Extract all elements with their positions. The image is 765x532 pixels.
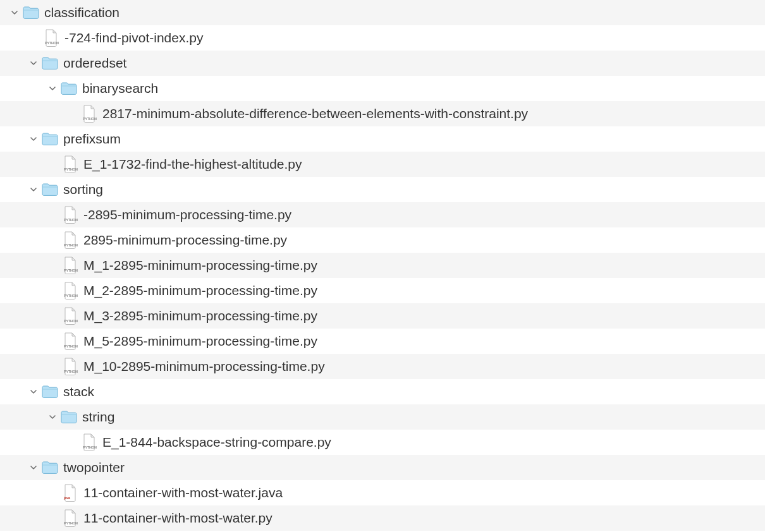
folder-icon [42,55,58,71]
python-file-icon: PYTHON [62,257,78,274]
folder-label-classification[interactable]: classification [44,5,119,20]
file-label-e-1-1732-find-the-highest-altitude-py[interactable]: E_1-1732-find-the-highest-altitude.py [83,157,302,172]
indent-spacer [0,366,62,367]
folder-icon [42,181,58,198]
folder-label-stack[interactable]: stack [63,384,94,399]
file-label-11-container-with-most-water-java[interactable]: 11-container-with-most-water.java [83,485,283,500]
tree-file-row[interactable]: PYTHON-2895-minimum-processing-time.py [0,202,765,227]
file-label-11-container-with-most-water-py[interactable]: 11-container-with-most-water.py [83,511,272,526]
java-file-icon: java [62,484,78,502]
tree-file-row[interactable]: PYTHON-724-find-pivot-index.py [0,25,765,51]
python-file-icon: PYTHON [62,358,78,375]
tree-file-row[interactable]: PYTHONE_1-844-backspace-string-compare.p… [0,430,765,455]
chevron-down-icon[interactable] [28,462,39,473]
indent-spacer [0,291,62,291]
tree-file-row[interactable]: PYTHONM_1-2895-minimum-processing-time.p… [0,253,765,278]
file-label-2817-minimum-absolute-difference-between[interactable]: 2817-minimum-absolute-difference-between… [102,106,528,121]
file-label-m-5-2895-minimum-processing-time-py[interactable]: M_5-2895-minimum-processing-time.py [83,334,317,349]
tree-folder-row[interactable]: string [0,404,765,430]
tree-file-row[interactable]: PYTHONE_1-1732-find-the-highest-altitude… [0,152,765,177]
python-file-icon: PYTHON [43,29,59,47]
tree-folder-row[interactable]: sorting [0,177,765,202]
python-file-icon: PYTHON [62,307,78,325]
folder-icon [42,384,58,400]
folder-label-orderedset[interactable]: orderedset [63,56,126,71]
tree-file-row[interactable]: PYTHONM_10-2895-minimum-processing-time.… [0,354,765,379]
file-label-m-1-2895-minimum-processing-time-py[interactable]: M_1-2895-minimum-processing-time.py [83,258,317,273]
indent-spacer [0,341,62,342]
tree-folder-row[interactable]: binarysearch [0,76,765,101]
chevron-down-icon[interactable] [28,57,39,69]
tree-file-row[interactable]: PYTHONM_5-2895-minimum-processing-time.p… [0,329,765,354]
chevron-down-icon[interactable] [28,133,39,145]
indent-spacer [0,240,62,241]
file-label-m-2-2895-minimum-processing-time-py[interactable]: M_2-2895-minimum-processing-time.py [83,283,317,298]
folder-icon [61,80,77,97]
chevron-down-icon[interactable] [47,83,58,94]
folder-icon [42,459,58,476]
tree-file-row[interactable]: PYTHON2895-minimum-processing-time.py [0,227,765,253]
indent-spacer [0,265,62,266]
chevron-down-icon[interactable] [28,184,39,195]
folder-label-sorting[interactable]: sorting [63,182,103,197]
folder-icon [42,131,58,147]
folder-label-twopointer[interactable]: twopointer [63,460,125,475]
tree-file-row[interactable]: PYTHONM_3-2895-minimum-processing-time.p… [0,303,765,329]
file-label-m-10-2895-minimum-processing-time-py[interactable]: M_10-2895-minimum-processing-time.py [83,359,325,374]
python-file-icon: PYTHON [62,282,78,299]
file-label-m-3-2895-minimum-processing-time-py[interactable]: M_3-2895-minimum-processing-time.py [83,308,317,323]
indent-spacer [0,13,9,13]
indent-spacer [0,442,81,443]
tree-folder-row[interactable]: orderedset [0,51,765,76]
indent-spacer [0,164,62,165]
indent-spacer [0,215,62,215]
tree-folder-row[interactable]: classification [0,0,765,25]
indent-spacer [0,139,28,140]
tree-file-row[interactable]: PYTHON2817-minimum-absolute-difference-b… [0,101,765,126]
python-file-icon: PYTHON [62,231,78,249]
indent-spacer [0,468,28,468]
folder-label-binarysearch[interactable]: binarysearch [82,81,158,96]
tree-folder-row[interactable]: twopointer [0,455,765,480]
indent-spacer [0,190,28,190]
tree-file-row[interactable]: java11-container-with-most-water.java [0,480,765,505]
folder-label-string[interactable]: string [82,409,114,425]
indent-spacer [0,63,28,64]
python-file-icon: PYTHON [62,509,78,527]
indent-spacer [0,518,62,519]
chevron-down-icon[interactable] [47,411,58,423]
file-label-e-1-844-backspace-string-compare-py[interactable]: E_1-844-backspace-string-compare.py [102,435,331,450]
python-file-icon: PYTHON [62,332,78,350]
indent-spacer [0,493,62,493]
file-label-2895-minimum-processing-time-py[interactable]: -2895-minimum-processing-time.py [83,207,291,222]
chevron-down-icon[interactable] [28,386,39,397]
file-label-2895-minimum-processing-time-py[interactable]: 2895-minimum-processing-time.py [83,233,287,248]
folder-icon [23,4,39,21]
tree-file-row[interactable]: PYTHONM_2-2895-minimum-processing-time.p… [0,278,765,303]
folder-label-prefixsum[interactable]: prefixsum [63,131,121,147]
python-file-icon: PYTHON [81,105,97,123]
chevron-down-icon[interactable] [9,7,20,18]
folder-icon [61,409,77,425]
indent-spacer [0,392,28,392]
indent-spacer [0,38,43,39]
indent-spacer [0,114,81,114]
file-label-724-find-pivot-index-py[interactable]: -724-find-pivot-index.py [64,30,203,45]
indent-spacer [0,316,62,317]
python-file-icon: PYTHON [62,206,78,224]
indent-spacer [0,417,47,418]
tree-folder-row[interactable]: stack [0,379,765,404]
python-file-icon: PYTHON [81,433,97,451]
tree-file-row[interactable]: PYTHON11-container-with-most-water.py [0,505,765,531]
tree-folder-row[interactable]: prefixsum [0,126,765,152]
python-file-icon: PYTHON [62,155,78,173]
indent-spacer [0,88,47,89]
file-tree: classificationPYTHON-724-find-pivot-inde… [0,0,765,531]
